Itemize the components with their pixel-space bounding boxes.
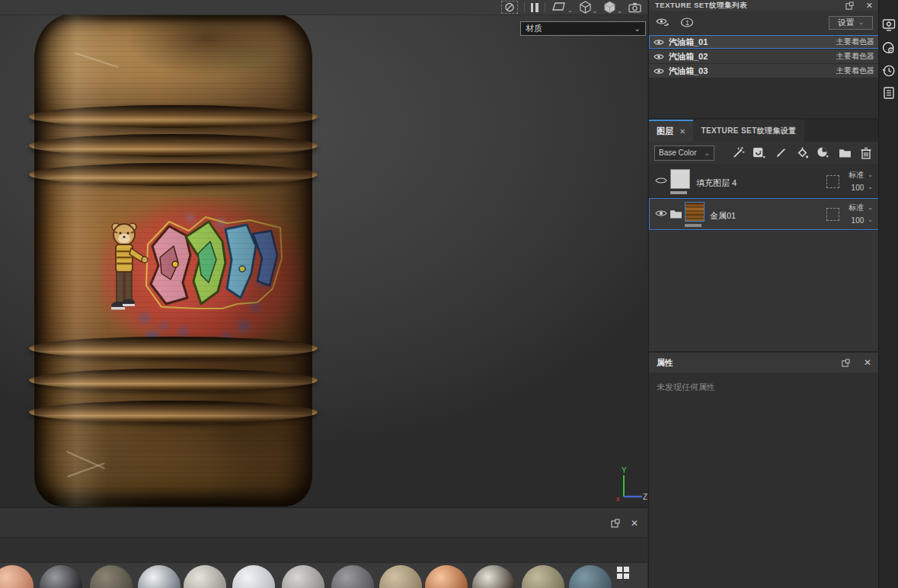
delete-trash-icon[interactable] <box>858 147 874 159</box>
opacity-select[interactable]: 100 ⌄ <box>839 214 873 226</box>
properties-empty-message: 未发现任何属性 <box>657 382 715 391</box>
toggle-all-visibility-icon[interactable] <box>655 17 670 28</box>
material-sphere[interactable] <box>379 565 422 588</box>
close-icon[interactable]: ✕ <box>631 519 638 528</box>
grid-view-icon[interactable] <box>617 567 631 580</box>
mask-slot[interactable] <box>826 175 839 188</box>
layer-action-icons <box>730 146 874 159</box>
smart-material-wand-icon[interactable] <box>730 146 746 159</box>
eye-icon-hidden[interactable] <box>655 177 667 184</box>
texture-set-toolbar: 1 设置 ⌄ <box>649 11 879 34</box>
material-sphere[interactable] <box>425 565 468 588</box>
effect-square-icon[interactable] <box>752 146 767 159</box>
display-settings-icon[interactable] <box>882 18 896 32</box>
tab-texture-set-settings[interactable]: TEXTURE SET纹理集设置 <box>693 120 804 142</box>
camera-icon[interactable] <box>628 2 641 13</box>
wire-cube-view-icon[interactable]: ⌄ <box>579 1 598 14</box>
close-icon[interactable]: ✕ <box>679 127 685 136</box>
eye-icon[interactable] <box>654 39 664 46</box>
paint-brush-icon[interactable] <box>773 147 788 159</box>
material-sphere[interactable] <box>472 565 515 588</box>
solo-view-icon[interactable]: 1 <box>680 18 694 27</box>
close-icon[interactable]: ✕ <box>866 1 873 10</box>
texture-set-list-header: TEXTURE SET纹理集列表 ✕ <box>649 0 879 11</box>
undock-icon[interactable] <box>611 519 620 528</box>
material-sphere[interactable] <box>138 565 181 588</box>
undock-icon[interactable] <box>845 2 854 10</box>
eye-icon[interactable] <box>655 209 667 217</box>
fill-bucket-icon[interactable] <box>794 147 810 159</box>
paint-disabled-icon[interactable] <box>501 1 518 14</box>
shader-link[interactable]: 主要着色器 <box>836 66 874 76</box>
mask-slot[interactable] <box>826 208 839 221</box>
material-sphere[interactable] <box>184 565 226 588</box>
axis-gizmo[interactable]: Y Z x <box>613 466 647 504</box>
toolbar-separator <box>545 2 545 12</box>
blend-controls: 标准 ⌄ 100 ⌄ <box>839 202 873 226</box>
blend-mode-select[interactable]: 标准 ⌄ <box>839 169 873 181</box>
chevron-down-icon: ⌄ <box>868 173 873 177</box>
layer-thumbnail[interactable] <box>685 202 705 222</box>
chevron-down-icon: ⌄ <box>704 151 710 155</box>
material-sphere[interactable] <box>282 565 324 588</box>
settings-button[interactable]: 设置 ⌄ <box>829 16 873 30</box>
shelf-filter-bar[interactable] <box>0 537 647 563</box>
shader-settings-icon[interactable] <box>882 41 896 55</box>
layers-list: 填充图层 4 标准 ⌄ 100 ⌄ <box>649 165 879 351</box>
material-sphere[interactable] <box>232 565 275 588</box>
svg-text:x: x <box>616 495 620 503</box>
material-sphere[interactable] <box>331 565 374 588</box>
eye-icon[interactable] <box>654 68 664 75</box>
plane-view-icon[interactable]: ⌄ <box>551 2 573 13</box>
undock-icon[interactable] <box>842 359 850 367</box>
material-sphere[interactable] <box>522 565 564 588</box>
close-icon[interactable]: ✕ <box>864 358 871 367</box>
layer-thumbnail[interactable] <box>670 169 690 189</box>
oil-barrel-model[interactable] <box>34 15 312 507</box>
svg-text:Y: Y <box>622 466 627 475</box>
layer-row-fill[interactable]: 填充图层 4 标准 ⌄ 100 ⌄ <box>649 165 879 198</box>
barrel-rib <box>29 401 318 423</box>
shading-mode-value: 材质 <box>526 23 542 34</box>
chevron-down-icon: ⌄ <box>868 218 873 222</box>
eye-icon[interactable] <box>654 53 664 60</box>
barrel-rib <box>29 105 318 128</box>
texture-set-name: 汽油箱_02 <box>669 51 708 62</box>
chevron-down-icon: ⌄ <box>858 21 864 25</box>
shader-link[interactable]: 主要着色器 <box>836 37 874 47</box>
texture-set-row[interactable]: 汽油箱_01 主要着色器 <box>649 35 879 50</box>
properties-title: 属性 <box>657 357 673 369</box>
viewport-canvas[interactable]: 材质 ⌄ Y Z x <box>0 15 647 507</box>
layers-toolbar: Base Color ⌄ <box>649 142 879 164</box>
shader-link[interactable]: 主要着色器 <box>836 51 874 62</box>
material-sphere[interactable] <box>90 565 133 588</box>
layer-row-group[interactable]: 金属01 标准 ⌄ 100 ⌄ <box>649 198 879 231</box>
material-sphere[interactable] <box>569 565 612 588</box>
right-panel: TEXTURE SET纹理集列表 ✕ 1 设置 ⌄ 汽油箱_ <box>648 0 878 588</box>
barrel-rib <box>29 163 318 186</box>
chevron-down-icon: ⌄ <box>634 24 641 33</box>
3d-viewport[interactable]: ⌄ ⌄ ⌄ <box>0 0 647 507</box>
material-sphere[interactable] <box>0 565 34 588</box>
smart-mask-pie-icon[interactable] <box>816 146 831 159</box>
group-folder-icon[interactable] <box>837 148 852 158</box>
opacity-select[interactable]: 100 ⌄ <box>839 181 873 193</box>
material-sphere[interactable] <box>40 565 82 588</box>
solid-cube-view-icon[interactable]: ⌄ <box>603 1 622 14</box>
texture-set-row[interactable]: 汽油箱_02 主要着色器 <box>649 50 879 64</box>
blend-mode-select[interactable]: 标准 ⌄ <box>839 202 873 214</box>
edge-toolbar <box>878 0 898 588</box>
shelf-panel: ✕ <box>0 507 647 588</box>
pause-icon[interactable] <box>531 3 538 12</box>
chevron-down-icon: ⌄ <box>868 185 873 190</box>
substance-painter-window: ⌄ ⌄ ⌄ <box>0 0 898 588</box>
channel-select[interactable]: Base Color ⌄ <box>654 145 714 161</box>
toolbar-separator <box>524 2 525 12</box>
texture-set-rows: 汽油箱_01 主要着色器 汽油箱_02 主要着色器 汽油箱_03 主要着色器 <box>649 35 879 78</box>
shading-mode-select[interactable]: 材质 ⌄ <box>520 21 646 36</box>
history-clock-icon[interactable] <box>882 64 896 78</box>
texture-set-row[interactable]: 汽油箱_03 主要着色器 <box>649 64 879 78</box>
tab-layers[interactable]: 图层 ✕ <box>649 120 693 142</box>
log-document-icon[interactable] <box>884 87 894 99</box>
svg-text:Z: Z <box>643 493 647 501</box>
